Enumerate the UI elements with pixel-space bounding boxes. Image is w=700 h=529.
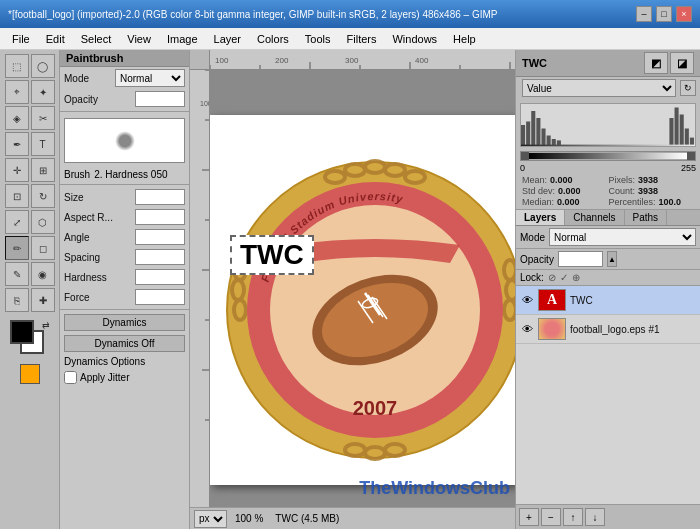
heal-tool[interactable]: ✚ bbox=[31, 288, 55, 312]
spacing-label: Spacing bbox=[64, 252, 132, 263]
move-layer-down-button[interactable]: ↓ bbox=[585, 508, 605, 526]
menu-item-select[interactable]: Select bbox=[73, 31, 120, 47]
title-bar-title: *[football_logo] (imported)-2.0 (RGB col… bbox=[8, 9, 497, 20]
canvas-container[interactable]: 100 200 300 400 100 bbox=[190, 50, 515, 529]
title-bar-controls: – □ × bbox=[636, 6, 692, 22]
svg-rect-48 bbox=[521, 125, 525, 146]
histogram-icon-1[interactable]: ◩ bbox=[644, 52, 668, 74]
menu-item-edit[interactable]: Edit bbox=[38, 31, 73, 47]
fuzzy-select-tool[interactable]: ✦ bbox=[31, 80, 55, 104]
layer-item-twc[interactable]: 👁 A TWC bbox=[516, 286, 700, 315]
rotate-tool[interactable]: ↻ bbox=[31, 184, 55, 208]
pixels-stat: Pixels: 3938 bbox=[609, 175, 695, 185]
dynamics-off-button[interactable]: Dynamics Off bbox=[64, 335, 185, 352]
svg-rect-50 bbox=[531, 111, 535, 146]
angle-label: Angle bbox=[64, 232, 132, 243]
mode-row: Mode Normal bbox=[60, 67, 189, 89]
active-color-indicator[interactable] bbox=[20, 364, 40, 384]
align-tool[interactable]: ⊞ bbox=[31, 158, 55, 182]
refresh-histogram-icon[interactable]: ↻ bbox=[680, 80, 696, 96]
brush-name-value: 2. Hardness 050 bbox=[94, 169, 167, 180]
swap-colors-icon[interactable]: ⇄ bbox=[42, 320, 50, 330]
mode-select[interactable]: Normal bbox=[115, 69, 185, 87]
layers-opacity-input[interactable]: 100.0 bbox=[558, 251, 603, 267]
svg-rect-59 bbox=[685, 129, 689, 147]
foreground-color-swatch[interactable] bbox=[10, 320, 34, 344]
clone-tool[interactable]: ⎘ bbox=[5, 288, 29, 312]
canvas-image: Football Stadium University 2007 TWC bbox=[210, 115, 515, 485]
minimize-button[interactable]: – bbox=[636, 6, 652, 22]
menu-item-colors[interactable]: Colors bbox=[249, 31, 297, 47]
tab-channels[interactable]: Channels bbox=[565, 210, 624, 225]
crop-tool[interactable]: ⊡ bbox=[5, 184, 29, 208]
ellipse-select-tool[interactable]: ◯ bbox=[31, 54, 55, 78]
shear-tool[interactable]: ⬡ bbox=[31, 210, 55, 234]
menu-item-tools[interactable]: Tools bbox=[297, 31, 339, 47]
free-select-tool[interactable]: ⌖ bbox=[5, 80, 29, 104]
svg-rect-51 bbox=[536, 118, 540, 146]
delete-layer-button[interactable]: − bbox=[541, 508, 561, 526]
menu-item-view[interactable]: View bbox=[119, 31, 159, 47]
text-tool[interactable]: T bbox=[31, 132, 55, 156]
menu-item-windows[interactable]: Windows bbox=[384, 31, 445, 47]
layers-mode-label: Mode bbox=[520, 232, 545, 243]
histogram-range-max-thumb[interactable] bbox=[687, 152, 695, 160]
apply-jitter-row: Apply Jitter bbox=[60, 369, 189, 386]
move-tool[interactable]: ✛ bbox=[5, 158, 29, 182]
layers-opacity-row: Opacity 100.0 ▲ bbox=[516, 249, 700, 270]
lock-position-icon[interactable]: ⊕ bbox=[572, 272, 580, 283]
angle-input[interactable]: 0.00 bbox=[135, 229, 185, 245]
spacing-row: Spacing 10.0 bbox=[60, 247, 189, 267]
hardness-row: Hardness 50.0 bbox=[60, 267, 189, 287]
dynamics-options-row: Dynamics Options bbox=[60, 354, 189, 369]
menu-item-image[interactable]: Image bbox=[159, 31, 206, 47]
menu-item-filters[interactable]: Filters bbox=[339, 31, 385, 47]
color-select-tool[interactable]: ◈ bbox=[5, 106, 29, 130]
brush-preview bbox=[64, 118, 185, 163]
menu-item-file[interactable]: File bbox=[4, 31, 38, 47]
eraser-tool[interactable]: ◻ bbox=[31, 236, 55, 260]
force-label: Force bbox=[64, 292, 132, 303]
paintbrush-tool[interactable]: ✏ bbox=[5, 236, 29, 260]
close-button[interactable]: × bbox=[676, 6, 692, 22]
histogram-icon-2[interactable]: ◪ bbox=[670, 52, 694, 74]
layers-mode-select[interactable]: Normal bbox=[549, 228, 696, 246]
move-layer-up-button[interactable]: ↑ bbox=[563, 508, 583, 526]
scissors-tool[interactable]: ✂ bbox=[31, 106, 55, 130]
rectangle-select-tool[interactable]: ⬚ bbox=[5, 54, 29, 78]
opacity-stepper[interactable]: ▲ bbox=[607, 251, 617, 267]
histogram-range-min-thumb[interactable] bbox=[521, 152, 529, 160]
airbrush-tool[interactable]: ◉ bbox=[31, 262, 55, 286]
tool-row-7: ⤢ ⬡ bbox=[5, 210, 55, 234]
lock-pixels-icon[interactable]: ⊘ bbox=[548, 272, 556, 283]
aspect-ratio-input[interactable]: 0.00 bbox=[135, 209, 185, 225]
force-input[interactable]: 50.0 bbox=[135, 289, 185, 305]
layer-visibility-football[interactable]: 👁 bbox=[520, 322, 534, 336]
divider-1 bbox=[60, 111, 189, 112]
histogram-range-slider[interactable] bbox=[520, 151, 696, 161]
lock-alpha-icon[interactable]: ✓ bbox=[560, 272, 568, 283]
maximize-button[interactable]: □ bbox=[656, 6, 672, 22]
tab-paths[interactable]: Paths bbox=[625, 210, 668, 225]
histogram-icons: ◩ ◪ bbox=[644, 52, 694, 74]
tool-row-2: ⌖ ✦ bbox=[5, 80, 55, 104]
paths-tool[interactable]: ✒ bbox=[5, 132, 29, 156]
pencil-tool[interactable]: ✎ bbox=[5, 262, 29, 286]
unit-select[interactable]: px bbox=[194, 510, 227, 528]
menu-item-layer[interactable]: Layer bbox=[206, 31, 250, 47]
spacing-input[interactable]: 10.0 bbox=[135, 249, 185, 265]
channel-select[interactable]: Value bbox=[522, 79, 676, 97]
menu-item-help[interactable]: Help bbox=[445, 31, 484, 47]
tab-layers[interactable]: Layers bbox=[516, 210, 565, 225]
layer-item-football[interactable]: 👁 football_logo.eps #1 bbox=[516, 315, 700, 344]
aspect-ratio-label: Aspect R... bbox=[64, 212, 132, 223]
apply-jitter-checkbox[interactable] bbox=[64, 371, 77, 384]
tool-options-title: Paintbrush bbox=[60, 50, 189, 67]
dynamics-button[interactable]: Dynamics bbox=[64, 314, 185, 331]
scale-tool[interactable]: ⤢ bbox=[5, 210, 29, 234]
hardness-input[interactable]: 50.0 bbox=[135, 269, 185, 285]
opacity-input[interactable]: 100.0 bbox=[135, 91, 185, 107]
size-input[interactable]: 9.00 bbox=[135, 189, 185, 205]
new-layer-button[interactable]: + bbox=[519, 508, 539, 526]
layer-visibility-twc[interactable]: 👁 bbox=[520, 293, 534, 307]
